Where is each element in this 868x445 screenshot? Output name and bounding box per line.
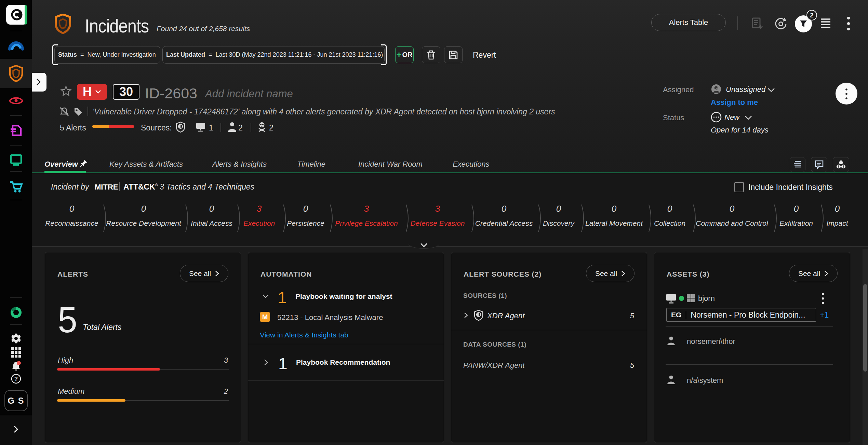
svg-text:?: ? <box>14 376 18 382</box>
